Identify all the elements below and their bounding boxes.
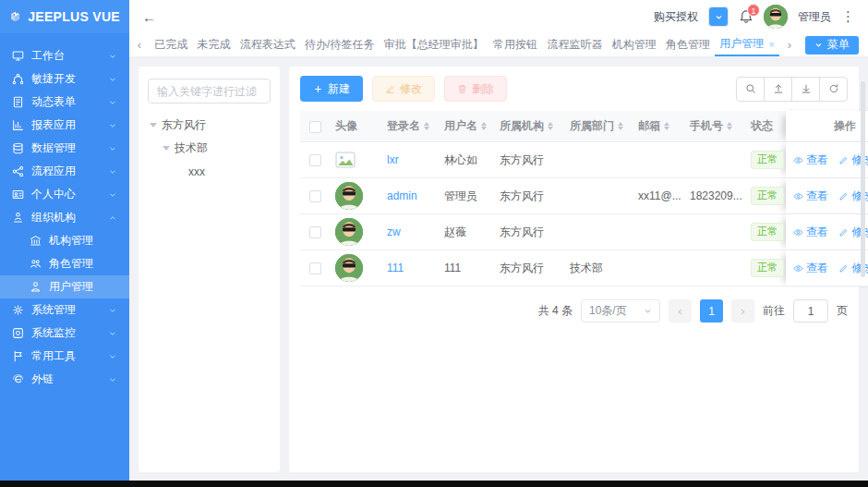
sort-icon[interactable] [727,122,732,130]
more-menu-icon[interactable]: ⋮ [841,8,855,25]
tabs-scroll-left-icon[interactable]: ‹ [129,33,150,56]
trash-icon [457,84,467,94]
page-size-select[interactable]: 10条/页 [581,299,660,323]
status-badge: 正常 [751,259,784,276]
tree-node-company[interactable]: 东方风行 [148,114,271,137]
row-checkbox[interactable] [309,262,321,274]
sidebar-item-reports[interactable]: 报表应用 [0,114,129,137]
broken-image-icon [335,152,356,168]
tab-process-listener[interactable]: 流程监听器 [542,33,607,56]
sidebar-item-role-management[interactable]: 角色管理 [0,252,129,275]
prev-page-button[interactable]: ‹ [669,299,692,323]
select-all-checkbox[interactable] [309,121,321,133]
org-icon [12,212,24,224]
view-action[interactable]: 查看 [793,152,828,168]
username-label[interactable]: 管理员 [798,9,831,25]
refresh-icon [828,83,839,94]
theme-dropdown-button[interactable] [708,6,729,27]
view-action[interactable]: 查看 [793,189,828,204]
column-avatar: 头像 [330,111,381,142]
tab-common-buttons[interactable]: 常用按钮 [488,33,542,56]
tab-uncompleted[interactable]: 未完成 [192,33,235,56]
row-checkbox[interactable] [309,226,321,238]
tab-user-management[interactable]: 用户管理× [715,33,778,56]
tab-todo-tasks[interactable]: 待办/待签任务 [300,33,379,56]
sidebar-item-common-tools[interactable]: 常用工具 [0,345,129,368]
goto-page-input[interactable] [793,299,828,323]
sidebar-item-agile-dev[interactable]: 敏捷开发 [0,67,129,91]
chevron-down-icon [108,144,117,153]
column-email[interactable]: 邮箱 [633,111,684,142]
view-action[interactable]: 查看 [793,261,828,276]
edit-button[interactable]: 修改 [372,76,435,102]
select-all-checkbox-cell[interactable] [300,111,330,142]
sidebar-item-workbench[interactable]: 工作台 [0,44,129,67]
column-username[interactable]: 用户名 [439,111,494,142]
sidebar-item-organization[interactable]: 组织机构 [0,206,129,229]
page-number-button[interactable]: 1 [700,299,723,323]
avatar-cell [330,214,381,250]
tree-node-leaf[interactable]: xxx [148,160,271,183]
login-link[interactable]: 111 [387,262,404,274]
chevron-down-icon [814,41,823,49]
delete-button[interactable]: 删除 [444,76,507,102]
add-button[interactable]: 新建 [300,76,363,102]
sidebar-item-personal-center[interactable]: 个人中心 [0,183,129,206]
sort-icon[interactable] [618,122,623,130]
database-icon [12,142,24,154]
page-scrollbar[interactable] [861,81,865,277]
tree-node-department[interactable]: 技术部 [148,137,271,160]
tree-filter-input[interactable] [148,79,271,103]
sidebar-item-system-management[interactable]: 系统管理 [0,298,129,322]
sidebar-item-system-monitor[interactable]: 系统监控 [0,322,129,345]
login-link[interactable]: zw [387,225,401,238]
export-button[interactable] [764,77,792,102]
user-avatar[interactable] [764,5,788,29]
sort-icon[interactable] [664,122,669,130]
caret-expanded-icon[interactable] [163,146,170,154]
chevron-down-icon [108,75,117,84]
buy-license-link[interactable]: 购买授权 [654,9,698,25]
column-login[interactable]: 登录名 [381,111,439,142]
login-link[interactable]: admin [387,189,417,202]
caret-expanded-icon[interactable] [150,123,157,131]
org-tree: 东方风行 技术部 xxx [148,114,271,183]
table-row: admin 管理员 东方风行 xx11@... 1823209... 正常 查看… [300,178,868,214]
tabs-scroll-right-icon[interactable]: › [779,33,800,56]
view-action[interactable]: 查看 [793,225,828,240]
refresh-button[interactable] [819,77,848,102]
column-phone[interactable]: 手机号 [684,111,745,142]
logo[interactable]: JEEPLUS VUE [0,0,129,33]
column-department[interactable]: 所属部门 [564,111,633,142]
sidebar-item-dynamic-form[interactable]: 动态表单 [0,91,129,114]
row-checkbox[interactable] [309,154,321,166]
sidebar-item-external-links[interactable]: 外链 [0,368,129,391]
collapse-sidebar-icon[interactable]: ← [142,10,156,24]
tab-org-management[interactable]: 机构管理 [608,33,661,56]
search-button[interactable] [736,77,765,102]
next-page-button[interactable]: › [731,299,754,323]
tab-role-management[interactable]: 角色管理 [661,33,715,56]
sidebar-item-data-management[interactable]: 数据管理 [0,137,129,160]
tab-approval[interactable]: 审批【总经理审批】 [380,33,488,56]
tab-completed[interactable]: 已完成 [150,33,192,56]
sort-icon[interactable] [548,122,553,130]
sort-icon[interactable] [424,122,429,130]
close-tab-icon[interactable]: × [768,39,774,50]
sidebar-item-workflow[interactable]: 流程应用 [0,160,129,183]
column-status: 状态 [745,111,786,142]
menu-dropdown-button[interactable]: 菜单 [805,36,859,55]
tab-process-expression[interactable]: 流程表达式 [235,33,300,56]
sidebar-item-org-management[interactable]: 机构管理 [0,229,129,252]
login-link[interactable]: lxr [387,153,399,166]
column-organization[interactable]: 所属机构 [494,111,564,142]
topbar: ← 购买授权 1 [129,0,868,33]
sort-icon[interactable] [481,122,487,130]
notifications-button[interactable]: 1 [739,9,753,24]
row-checkbox[interactable] [309,190,321,202]
sidebar-item-user-management[interactable]: 用户管理 [0,275,129,298]
import-button[interactable] [791,77,820,102]
tabs-list: 已完成 未完成 流程表达式 待办/待签任务 审批【总经理审批】 常用按钮 流程监… [150,33,779,56]
sidebar-item-label: 外链 [31,371,108,387]
chevron-down-icon [108,52,117,61]
